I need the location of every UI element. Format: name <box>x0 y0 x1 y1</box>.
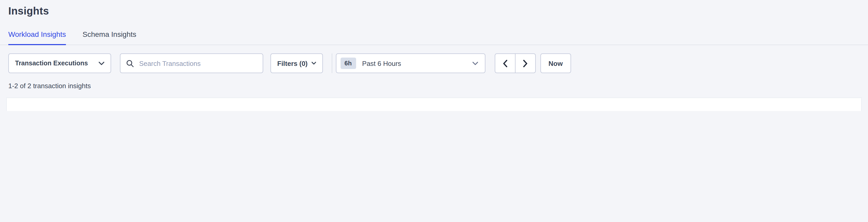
toolbar-divider <box>332 54 332 73</box>
chevron-right-icon <box>523 59 528 67</box>
chevron-down-icon <box>311 62 316 65</box>
time-range-pager <box>494 54 535 73</box>
table-header-row: Latest Transaction Execution ID Transact… <box>7 98 861 111</box>
chevron-down-icon <box>99 61 104 65</box>
results-count: 1-2 of 2 transaction insights <box>8 82 860 90</box>
next-time-range-button[interactable] <box>515 54 535 73</box>
search-input[interactable] <box>138 59 257 68</box>
previous-time-range-button[interactable] <box>494 54 515 73</box>
column-header-start-time[interactable]: Start Time (UTC) <box>521 98 609 111</box>
column-header-sql-cpu-time[interactable]: SQL CPU Time <box>699 98 780 111</box>
page-title: Insights <box>8 5 860 17</box>
column-header-latest-transaction-execution-id[interactable]: Latest Transaction Execution ID <box>7 98 164 111</box>
column-header-status[interactable]: Status <box>393 98 459 111</box>
now-button[interactable]: Now <box>540 54 571 73</box>
chevron-left-icon <box>502 59 507 67</box>
execution-type-dropdown[interactable]: Transaction Executions <box>8 54 111 73</box>
transaction-insights-table: Latest Transaction Execution ID Transact… <box>7 98 861 111</box>
column-header-transaction-fingerprint-id[interactable]: Transaction Fingerprint ID <box>164 98 287 111</box>
chevron-down-icon <box>472 61 478 65</box>
time-range-label: Past 6 Hours <box>362 59 472 67</box>
search-box[interactable] <box>120 54 263 73</box>
tab-workload-insights[interactable]: Workload Insights <box>8 30 66 45</box>
column-header-insights[interactable]: Insights <box>459 98 521 111</box>
insights-page: Insights Workload Insights Schema Insigh… <box>0 0 868 111</box>
execution-type-dropdown-label: Transaction Executions <box>15 60 88 67</box>
search-icon <box>126 59 134 67</box>
time-range-picker[interactable]: 6h Past 6 Hours <box>336 54 485 73</box>
column-header-application-name[interactable]: Application Name <box>780 98 861 111</box>
time-range-badge: 6h <box>340 58 356 69</box>
filters-button-label: Filters (0) <box>277 59 308 67</box>
insights-table-card: Latest Transaction Execution ID Transact… <box>6 97 862 111</box>
toolbar: Transaction Executions Filters (0) <box>8 54 860 73</box>
filters-button[interactable]: Filters (0) <box>271 54 323 73</box>
tab-bar: Workload Insights Schema Insights <box>0 30 868 45</box>
column-header-contention-time[interactable]: Contention Time <box>609 98 699 111</box>
column-header-transaction-execution[interactable]: Transaction Execution <box>287 98 393 111</box>
tab-schema-insights[interactable]: Schema Insights <box>83 30 136 45</box>
